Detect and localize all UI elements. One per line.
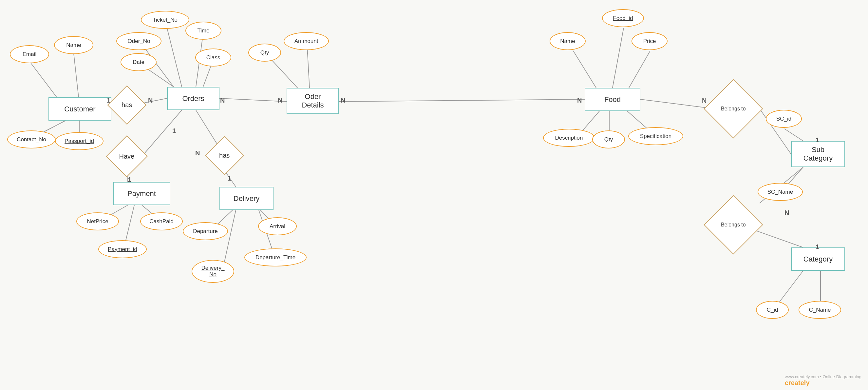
cardinality-1-belongs2-category: 1 <box>815 243 819 251</box>
attribute-sc-name: SC_Name <box>757 183 803 201</box>
attribute-c-id: C_id <box>756 301 789 319</box>
attribute-departure: Departure <box>183 222 228 240</box>
attribute-email: Email <box>10 45 49 63</box>
entity-payment: Payment <box>113 182 170 205</box>
attribute-qty-oder: Qty <box>248 43 281 62</box>
attribute-specification: Specification <box>628 127 683 145</box>
svg-line-11 <box>219 98 287 101</box>
diagram-container: Customer Orders OderDetails Food Payment… <box>0 0 868 390</box>
entity-oder-details: OderDetails <box>287 88 339 114</box>
attribute-contact-no: Contact_No <box>7 130 56 148</box>
entity-orders: Orders <box>167 87 219 110</box>
cardinality-n-subcategory-belongs2: N <box>784 209 789 217</box>
attribute-qty-food: Qty <box>592 130 625 148</box>
svg-line-38 <box>223 210 236 269</box>
attribute-passport-id: Passport_id <box>55 132 103 150</box>
svg-line-1 <box>74 53 79 97</box>
attribute-description: Description <box>543 129 595 147</box>
cardinality-1-orders-have: 1 <box>172 127 176 135</box>
entity-delivery: Delivery <box>219 187 274 210</box>
attribute-name-food: Name <box>550 32 586 50</box>
cardinality-n-food-in: N <box>577 97 582 104</box>
attribute-sc-id: SC_id <box>766 110 802 128</box>
entity-sub-category: SubCategory <box>791 141 845 167</box>
watermark: www.creately.com • Online Diagramming cr… <box>785 374 862 387</box>
attribute-date: Date <box>121 53 157 71</box>
attribute-ammount: Ammount <box>284 32 329 50</box>
attribute-c-name: C_Name <box>799 301 841 319</box>
svg-line-14 <box>339 99 585 101</box>
attribute-ticket-no: Ticket_No <box>141 11 189 29</box>
svg-line-17 <box>629 51 650 88</box>
attribute-food-id: Food_id <box>602 9 644 27</box>
attribute-delivery-no: Delivery_No <box>192 260 234 283</box>
svg-line-5 <box>143 98 167 103</box>
entity-customer: Customer <box>49 97 112 121</box>
svg-line-15 <box>613 28 624 88</box>
cardinality-1-customer-has: 1 <box>107 97 111 104</box>
attribute-class: Class <box>195 49 231 66</box>
cardinality-n-oder-details-food: N <box>341 97 345 104</box>
cardinality-n-oder-details-in: N <box>278 97 282 104</box>
attribute-netprice: NetPrice <box>76 212 119 231</box>
cardinality-1-belongs-subcategory: 1 <box>815 136 819 144</box>
attribute-time: Time <box>185 22 221 40</box>
attribute-cashpaid: CashPaid <box>140 212 183 231</box>
attribute-name-customer: Name <box>54 36 93 54</box>
cardinality-1-has2-delivery: 1 <box>228 175 231 182</box>
cardinality-n-orders-has2: N <box>195 149 200 157</box>
attribute-departure-time: Departure_Time <box>244 248 307 266</box>
attribute-price: Price <box>631 32 668 50</box>
svg-line-23 <box>784 129 803 141</box>
attribute-payment-id: Payment_id <box>98 240 147 258</box>
entity-category: Category <box>791 247 845 271</box>
attribute-oder-no: Oder_No <box>116 32 161 50</box>
cardinality-n-orders-out: N <box>220 97 225 104</box>
entity-food: Food <box>585 88 640 111</box>
cardinality-n-food-belongs: N <box>702 97 707 104</box>
svg-line-6 <box>165 20 182 87</box>
cardinality-1-have-payment: 1 <box>128 176 131 183</box>
svg-line-16 <box>573 51 596 88</box>
cardinality-n-has-orders: N <box>148 97 153 104</box>
attribute-arrival: Arrival <box>258 217 297 235</box>
